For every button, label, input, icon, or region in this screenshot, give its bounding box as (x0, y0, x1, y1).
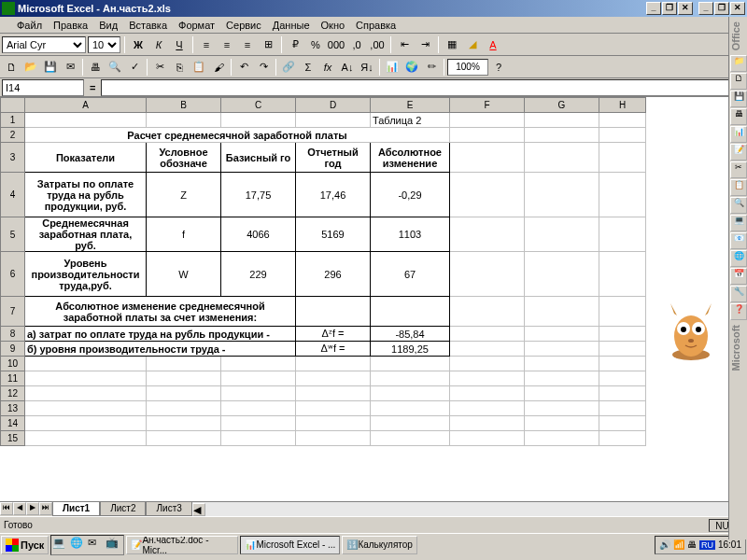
taskbar-item[interactable]: 📊 Microsoft Excel - ... (240, 536, 340, 554)
tab-nav-next[interactable]: ▶ (26, 502, 39, 515)
cell[interactable]: 67 (371, 252, 450, 297)
sheet-tab-2[interactable]: Лист2 (100, 502, 146, 516)
shortcut-button[interactable]: 🖶 (730, 108, 747, 125)
autosum-button[interactable]: Σ (299, 58, 317, 77)
font-size-select[interactable]: 10 (88, 36, 120, 53)
cell[interactable]: 229 (221, 252, 296, 297)
shortcut-button[interactable]: 💻 (730, 215, 747, 231)
col-header-f[interactable]: F (450, 98, 525, 113)
cell[interactable]: -85,84 (371, 327, 450, 342)
cell[interactable]: 1103 (371, 217, 450, 252)
quick-launch-icon[interactable]: ✉ (88, 537, 105, 553)
paste-button[interactable]: 📋 (190, 58, 208, 77)
shortcut-button[interactable]: 🗋 (730, 73, 747, 90)
restore-button[interactable]: ❐ (714, 2, 729, 15)
menu-tools[interactable]: Сервис (220, 19, 267, 32)
cell[interactable]: Z (147, 173, 221, 217)
increase-indent-button[interactable]: ⇥ (416, 35, 434, 54)
office-assistant[interactable] (663, 299, 719, 364)
scroll-left-button[interactable]: ◀ (192, 503, 205, 516)
clock[interactable]: 16:01 (718, 539, 741, 550)
cell[interactable]: Отчетный год (296, 143, 371, 173)
cell[interactable]: Δʷf = (296, 342, 371, 357)
percent-button[interactable]: % (306, 35, 325, 54)
cell[interactable]: Базисный го (221, 143, 296, 173)
shortcut-button[interactable]: 📊 (730, 126, 747, 143)
cell[interactable]: W (147, 252, 221, 297)
open-button[interactable]: 📂 (21, 58, 40, 77)
menu-format[interactable]: Формат (173, 19, 220, 32)
decrease-decimal-button[interactable]: ,00 (368, 35, 387, 54)
minimize-button[interactable]: _ (698, 2, 713, 15)
formula-input[interactable] (101, 79, 745, 96)
shortcut-button[interactable]: ✂ (730, 161, 747, 178)
taskbar-item[interactable]: 📝 Ан.часть2.doc - Micr... (126, 536, 238, 554)
col-header-h[interactable]: H (599, 98, 646, 113)
mdi-restore-button[interactable]: ❐ (662, 2, 677, 15)
cell[interactable]: 17,75 (221, 173, 296, 217)
currency-button[interactable]: ₽ (286, 35, 304, 54)
row-header[interactable]: 4 (1, 173, 25, 217)
row-header[interactable]: 5 (1, 217, 25, 252)
cell[interactable]: 4066 (221, 217, 296, 252)
mdi-close-button[interactable]: ✕ (678, 2, 693, 15)
name-box[interactable] (2, 79, 84, 96)
cell[interactable]: Уровень производительности труда,руб. (25, 252, 147, 297)
close-button[interactable]: ✕ (730, 2, 745, 15)
select-all-button[interactable] (1, 98, 25, 113)
sheet-tab-3[interactable]: Лист3 (146, 502, 191, 516)
col-header-a[interactable]: A (25, 98, 147, 113)
cell[interactable]: 1189,25 (371, 342, 450, 357)
decrease-indent-button[interactable]: ⇤ (395, 35, 414, 54)
row-header[interactable]: 8 (1, 327, 25, 342)
sort-desc-button[interactable]: Я↓ (358, 58, 376, 77)
cell[interactable]: Δᶻf = (296, 327, 371, 342)
cell[interactable]: -0,29 (371, 173, 450, 217)
col-header-c[interactable]: C (221, 98, 296, 113)
col-header-b[interactable]: B (147, 98, 221, 113)
spell-button[interactable]: ✓ (125, 58, 144, 77)
menu-help[interactable]: Справка (350, 19, 402, 32)
shortcut-button[interactable]: 🔧 (730, 286, 747, 302)
row-header[interactable]: 6 (1, 252, 25, 297)
preview-button[interactable]: 🔍 (106, 58, 124, 77)
shortcut-button[interactable]: 📧 (730, 232, 747, 249)
borders-button[interactable]: ▦ (443, 35, 461, 54)
map-button[interactable]: 🌍 (402, 58, 421, 77)
menu-edit[interactable]: Правка (48, 19, 93, 32)
cell[interactable]: Абсолютное изменение (371, 143, 450, 173)
row-header[interactable]: 12 (1, 386, 25, 401)
tab-nav-last[interactable]: ⏭ (39, 502, 52, 515)
col-header-e[interactable]: E (371, 98, 450, 113)
increase-decimal-button[interactable]: ,0 (347, 35, 366, 54)
merge-button[interactable]: ⊞ (259, 35, 277, 54)
email-button[interactable]: ✉ (61, 58, 79, 77)
shortcut-button[interactable]: 📋 (730, 179, 747, 196)
bold-button[interactable]: Ж (129, 35, 148, 54)
print-button[interactable]: 🖶 (86, 58, 105, 77)
language-indicator[interactable]: RU (699, 540, 715, 550)
row-header[interactable]: 3 (1, 143, 25, 173)
cell[interactable]: 296 (296, 252, 371, 297)
row-header[interactable]: 2 (1, 128, 25, 143)
row-header[interactable]: 7 (1, 297, 25, 327)
tray-icon[interactable]: 🔊 (659, 539, 670, 550)
cell[interactable]: Абсолютное изменение среднемесячной зара… (25, 297, 296, 327)
copy-button[interactable]: ⎘ (170, 58, 189, 77)
cell[interactable]: б) уровня производительности труда - (25, 342, 296, 357)
quick-launch-icon[interactable]: 💻 (52, 537, 69, 553)
menu-data[interactable]: Данные (267, 19, 316, 32)
cell[interactable]: Показатели (25, 143, 147, 173)
tab-nav-first[interactable]: ⏮ (0, 502, 13, 515)
cell-title[interactable]: Расчет среднемесячной заработной платы (25, 128, 450, 143)
col-header-d[interactable]: D (296, 98, 371, 113)
row-header[interactable]: 10 (1, 357, 25, 371)
format-painter-button[interactable]: 🖌 (209, 58, 228, 77)
start-button[interactable]: Пуск (1, 536, 49, 554)
new-button[interactable]: 🗋 (2, 58, 21, 77)
undo-button[interactable]: ↶ (234, 58, 253, 77)
shortcut-button[interactable]: 🌐 (730, 250, 747, 267)
taskbar-item[interactable]: 🔢 Калькулятор (342, 536, 417, 554)
row-header[interactable]: 11 (1, 371, 25, 386)
menu-insert[interactable]: Вставка (123, 19, 173, 32)
